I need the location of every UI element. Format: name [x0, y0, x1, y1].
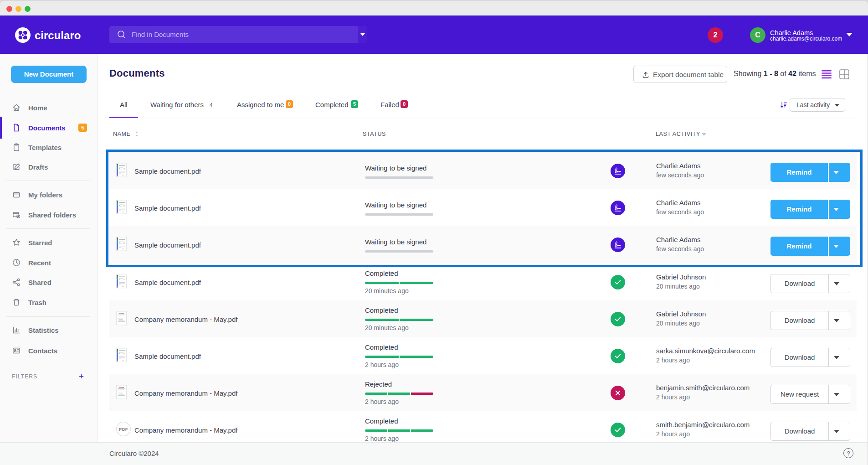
svg-text:PDF: PDF	[119, 427, 128, 432]
